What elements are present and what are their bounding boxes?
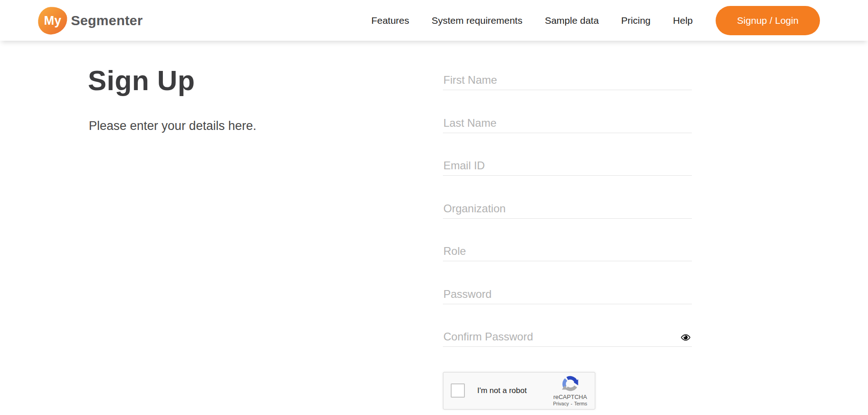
nav-item-sample-data[interactable]: Sample data: [545, 15, 599, 26]
logo-blob-text: My: [44, 13, 61, 27]
organization-field-row: [443, 188, 692, 231]
role-field-row: [443, 231, 692, 274]
signup-login-button[interactable]: Signup / Login: [716, 6, 820, 35]
top-nav-bar: My Segmenter Features System requirement…: [0, 0, 868, 41]
recaptcha-label: I'm not a robot: [477, 386, 527, 395]
nav-item-features[interactable]: Features: [371, 15, 409, 26]
recaptcha-branding: reCAPTCHA Privacy - Terms: [550, 375, 590, 406]
page-subtitle: Please enter your details here.: [89, 119, 256, 133]
confirm-password-input[interactable]: [443, 329, 692, 347]
recaptcha-widget: I'm not a robot reCAPTCHA Pri: [443, 372, 595, 410]
recaptcha-logo-icon: [561, 375, 580, 393]
confirm-password-field-row: [443, 316, 692, 359]
recaptcha-brand-text: reCAPTCHA: [553, 393, 587, 400]
page-title: Sign Up: [88, 67, 195, 95]
recaptcha-terms-link[interactable]: Terms: [574, 401, 588, 406]
recaptcha-links: Privacy - Terms: [553, 401, 588, 406]
nav-item-help[interactable]: Help: [673, 15, 693, 26]
logo[interactable]: My Segmenter: [38, 7, 143, 34]
recaptcha-link-separator: -: [571, 401, 572, 406]
email-field-row: [443, 145, 692, 188]
recaptcha-privacy-link[interactable]: Privacy: [553, 401, 569, 406]
recaptcha-checkbox[interactable]: [451, 383, 465, 398]
nav-item-pricing[interactable]: Pricing: [621, 15, 651, 26]
nav-item-system-requirements[interactable]: System requirements: [431, 15, 522, 26]
logo-blob-icon: My: [37, 5, 69, 35]
last-name-input[interactable]: [443, 115, 692, 133]
signup-form: I'm not a robot reCAPTCHA Pri: [443, 59, 692, 410]
first-name-field-row: [443, 59, 692, 102]
main-nav: Features System requirements Sample data…: [371, 15, 693, 26]
role-input[interactable]: [443, 243, 692, 261]
email-input[interactable]: [443, 158, 692, 176]
last-name-field-row: [443, 102, 692, 146]
show-password-eye-icon[interactable]: [680, 332, 691, 343]
organization-input[interactable]: [443, 201, 692, 219]
logo-wordmark: Segmenter: [71, 13, 143, 28]
password-field-row: [443, 274, 692, 317]
first-name-input[interactable]: [443, 72, 692, 90]
password-input[interactable]: [443, 286, 692, 304]
signup-page: My Segmenter Features System requirement…: [0, 0, 868, 415]
